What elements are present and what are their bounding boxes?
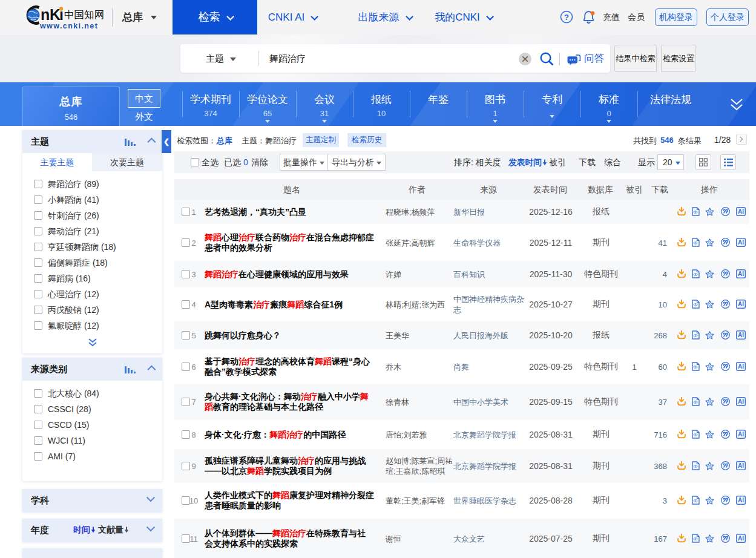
svg-text:?: ?	[564, 13, 569, 22]
svg-text:www.cnki.net: www.cnki.net	[39, 22, 98, 30]
svg-text:中国知网: 中国知网	[64, 9, 104, 21]
svg-text:n: n	[41, 6, 50, 23]
